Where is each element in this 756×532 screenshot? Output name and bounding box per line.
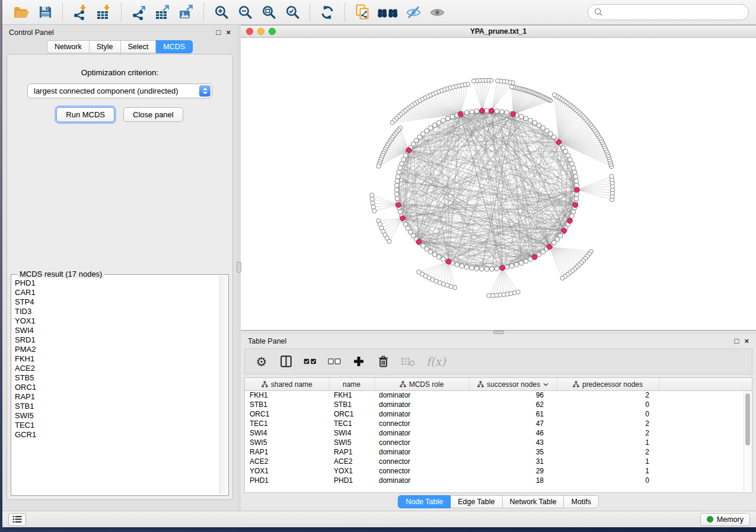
mcds-hub-node[interactable]: [416, 239, 422, 245]
network-leaf-node[interactable]: [496, 79, 500, 83]
network-node[interactable]: [398, 166, 403, 171]
mcds-result-item[interactable]: SWI4: [15, 326, 218, 335]
mcds-hub-node[interactable]: [400, 216, 406, 221]
network-node[interactable]: [505, 265, 509, 270]
network-node[interactable]: [532, 120, 537, 125]
network-node[interactable]: [574, 197, 579, 201]
column-header-name[interactable]: name: [329, 378, 374, 390]
network-node[interactable]: [428, 249, 433, 254]
mcds-result-item[interactable]: YOX1: [15, 316, 218, 326]
network-leaf-node[interactable]: [371, 201, 375, 205]
network-leaf-node[interactable]: [390, 120, 394, 124]
network-node[interactable]: [432, 252, 437, 257]
network-node[interactable]: [436, 255, 441, 259]
mcds-result-item[interactable]: SWI5: [15, 411, 218, 421]
add-column-button[interactable]: [352, 356, 365, 367]
network-node[interactable]: [571, 166, 576, 171]
scrollbar-thumb[interactable]: [745, 393, 750, 446]
delete-column-button[interactable]: [377, 355, 390, 367]
mcds-hub-node[interactable]: [480, 108, 485, 114]
network-leaf-node[interactable]: [471, 79, 476, 83]
table-row[interactable]: PHD1PHD1dominator180: [245, 476, 752, 485]
mcds-hub-node[interactable]: [567, 218, 573, 223]
network-node[interactable]: [395, 174, 400, 179]
network-node[interactable]: [464, 265, 469, 270]
network-node[interactable]: [495, 109, 499, 114]
network-node[interactable]: [398, 210, 403, 214]
table-row[interactable]: ACE2ACE2connector311: [245, 457, 752, 466]
export-network-button[interactable]: [129, 2, 149, 23]
network-leaf-node[interactable]: [377, 164, 381, 168]
network-canvas[interactable]: [241, 38, 756, 330]
hide-selected-button[interactable]: [403, 2, 423, 23]
network-leaf-node[interactable]: [371, 205, 375, 209]
network-node[interactable]: [490, 267, 495, 271]
network-node[interactable]: [445, 116, 450, 121]
mcds-hub-node[interactable]: [547, 244, 552, 249]
column-header-shared-name[interactable]: shared name: [245, 378, 329, 390]
minimize-window-icon[interactable]: [257, 28, 264, 35]
open-button[interactable]: [11, 2, 31, 23]
network-node[interactable]: [528, 118, 533, 123]
table-row[interactable]: FKH1FKH1dominator962: [245, 390, 752, 400]
network-node[interactable]: [541, 126, 546, 130]
mcds-result-item[interactable]: GCR1: [15, 430, 218, 440]
mcds-hub-node[interactable]: [575, 187, 580, 193]
network-node[interactable]: [570, 214, 575, 219]
mcds-hub-node[interactable]: [395, 203, 401, 208]
mcds-result-item[interactable]: SRD1: [15, 335, 218, 345]
network-leaf-node[interactable]: [552, 92, 556, 97]
network-node[interactable]: [519, 114, 524, 119]
zoom-selected-button[interactable]: [282, 2, 302, 23]
vertical-splitter[interactable]: [237, 25, 241, 511]
mcds-hub-node[interactable]: [500, 265, 505, 271]
network-node[interactable]: [474, 109, 479, 114]
network-node[interactable]: [509, 264, 514, 268]
horizontal-splitter[interactable]: [241, 331, 756, 334]
network-node[interactable]: [400, 161, 404, 166]
split-columns-button[interactable]: [279, 355, 292, 367]
network-node[interactable]: [455, 262, 460, 267]
network-node[interactable]: [484, 108, 489, 113]
network-node[interactable]: [505, 110, 509, 115]
tab-mcds[interactable]: MCDS: [156, 40, 193, 53]
network-node[interactable]: [464, 110, 469, 115]
network-node[interactable]: [571, 210, 576, 214]
mcds-result-item[interactable]: FKH1: [15, 354, 218, 364]
run-mcds-button[interactable]: Run MCDS: [56, 107, 114, 122]
mcds-result-item[interactable]: ACE2: [15, 364, 218, 373]
refresh-layout-button[interactable]: [317, 2, 337, 23]
mcds-result-item[interactable]: STB5: [15, 373, 218, 383]
network-node[interactable]: [500, 110, 505, 114]
network-node[interactable]: [484, 267, 489, 271]
float-panel-icon[interactable]: □: [735, 336, 739, 345]
search-binoculars-button[interactable]: [376, 2, 400, 23]
network-node[interactable]: [397, 170, 401, 175]
export-image-button[interactable]: [176, 2, 196, 23]
network-leaf-node[interactable]: [487, 293, 491, 297]
mcds-result-item[interactable]: TEC1: [15, 421, 218, 430]
mcds-hub-node[interactable]: [489, 108, 495, 114]
mcds-hub-node[interactable]: [562, 228, 567, 233]
float-panel-icon[interactable]: □: [216, 28, 221, 37]
network-node[interactable]: [537, 252, 541, 257]
network-leaf-node[interactable]: [560, 276, 564, 280]
tab-edge-table[interactable]: Edge Table: [451, 495, 502, 508]
select-all-columns-button[interactable]: [304, 358, 317, 365]
tab-network[interactable]: Network: [47, 40, 90, 53]
network-node[interactable]: [441, 257, 446, 262]
table-row[interactable]: ORC1ORC1dominator610: [245, 409, 752, 419]
show-all-button[interactable]: [427, 2, 447, 23]
network-node[interactable]: [514, 262, 519, 267]
tab-motifs[interactable]: Motifs: [564, 495, 598, 508]
export-table-button[interactable]: [152, 2, 173, 23]
mcds-result-scrollbar[interactable]: [219, 276, 227, 494]
network-leaf-node[interactable]: [370, 197, 374, 201]
save-button[interactable]: [35, 2, 55, 23]
network-leaf-node[interactable]: [417, 270, 421, 274]
deselect-all-columns-button[interactable]: [328, 358, 341, 365]
network-node[interactable]: [441, 118, 446, 123]
network-node[interactable]: [470, 265, 474, 270]
network-node[interactable]: [519, 261, 524, 265]
tab-select[interactable]: Select: [121, 40, 157, 53]
